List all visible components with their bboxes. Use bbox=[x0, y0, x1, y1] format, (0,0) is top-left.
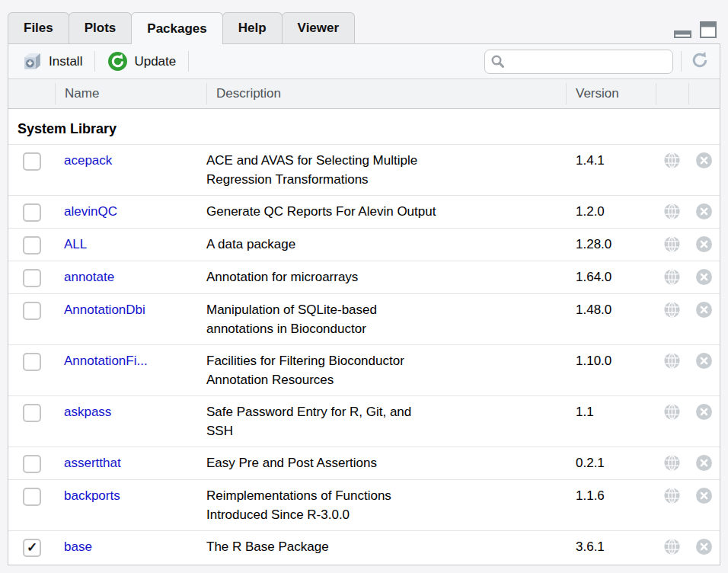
package-name-link[interactable]: AnnotationFi... bbox=[64, 351, 148, 370]
update-icon bbox=[107, 51, 128, 72]
package-remove-cell bbox=[688, 486, 720, 504]
globe-icon[interactable] bbox=[664, 203, 680, 219]
package-remove-cell bbox=[688, 453, 720, 471]
package-description-cell: ACE and AVAS for Selecting Multiple Regr… bbox=[206, 151, 566, 189]
package-checkbox-cell bbox=[8, 300, 55, 320]
packages-pane-body: Install Update bbox=[8, 43, 720, 565]
search-input[interactable] bbox=[484, 50, 673, 74]
install-button-label: Install bbox=[49, 54, 82, 69]
package-row: askpass Safe Password Entry for R, Git, … bbox=[8, 395, 720, 447]
package-checkbox[interactable] bbox=[23, 302, 41, 320]
minimize-pane-icon[interactable] bbox=[674, 24, 691, 38]
package-name-cell: AnnotationFi... bbox=[55, 351, 206, 370]
package-browse-cell bbox=[656, 235, 688, 252]
refresh-icon[interactable] bbox=[689, 50, 710, 74]
tab-label: Help bbox=[238, 21, 267, 35]
package-name-cell: annotate bbox=[55, 267, 206, 286]
package-row: annotate Annotation for microarrays 1.64… bbox=[8, 261, 720, 293]
package-name-link[interactable]: ALL bbox=[64, 235, 87, 254]
toolbar-separator bbox=[188, 51, 189, 72]
globe-icon[interactable] bbox=[664, 152, 680, 168]
package-name-cell: AnnotationDbi bbox=[55, 300, 206, 319]
remove-package-icon[interactable] bbox=[696, 236, 712, 252]
update-button-label: Update bbox=[134, 54, 176, 69]
globe-icon[interactable] bbox=[664, 353, 680, 369]
tab-help[interactable]: Help bbox=[222, 12, 283, 43]
remove-package-icon[interactable] bbox=[696, 269, 712, 285]
package-checkbox[interactable] bbox=[23, 404, 41, 422]
globe-icon[interactable] bbox=[664, 404, 680, 420]
package-browse-cell bbox=[656, 202, 688, 219]
package-checkbox[interactable]: ✓ bbox=[23, 539, 41, 557]
package-name-link[interactable]: acepack bbox=[64, 151, 112, 170]
globe-icon[interactable] bbox=[664, 236, 680, 252]
update-button[interactable]: Update bbox=[103, 50, 180, 73]
package-description-cell: Manipulation of SQLite-based annotations… bbox=[206, 300, 566, 338]
package-name-link[interactable]: backports bbox=[64, 486, 120, 505]
package-checkbox[interactable] bbox=[23, 455, 41, 473]
header-checkbox-column bbox=[8, 83, 55, 104]
install-button[interactable]: Install bbox=[18, 50, 87, 73]
package-checkbox[interactable] bbox=[23, 488, 41, 506]
globe-icon[interactable] bbox=[664, 488, 680, 504]
package-name-link[interactable]: askpass bbox=[64, 402, 111, 421]
package-name-cell: backports bbox=[55, 486, 206, 505]
package-name-link[interactable]: AnnotationDbi bbox=[64, 300, 145, 319]
package-name-cell: alevinQC bbox=[55, 202, 206, 221]
package-checkbox[interactable] bbox=[23, 152, 41, 171]
packages-toolbar: Install Update bbox=[8, 44, 720, 78]
package-checkbox[interactable] bbox=[23, 269, 41, 287]
tab-packages[interactable]: Packages bbox=[131, 12, 222, 44]
maximize-pane-icon[interactable] bbox=[699, 21, 717, 38]
package-checkbox[interactable] bbox=[23, 203, 41, 222]
package-search bbox=[484, 50, 673, 74]
package-name-link[interactable]: annotate bbox=[64, 267, 114, 286]
globe-icon[interactable] bbox=[664, 539, 680, 555]
toolbar-separator bbox=[681, 51, 682, 72]
tab-viewer[interactable]: Viewer bbox=[282, 12, 356, 43]
remove-package-icon[interactable] bbox=[696, 404, 712, 420]
package-version: 1.1 bbox=[566, 402, 656, 421]
remove-package-icon[interactable] bbox=[696, 455, 712, 471]
package-remove-cell bbox=[688, 300, 720, 318]
package-name-link[interactable]: alevinQC bbox=[64, 202, 117, 221]
package-checkbox-cell bbox=[8, 151, 55, 171]
package-checkbox[interactable] bbox=[23, 353, 41, 371]
package-name-link[interactable]: base bbox=[64, 537, 92, 556]
package-name-link[interactable]: assertthat bbox=[64, 453, 121, 472]
package-description: A data package bbox=[206, 235, 295, 254]
package-description-cell: The R Base Package bbox=[206, 537, 566, 556]
tab-label: Packages bbox=[147, 21, 206, 36]
library-section-title: System Library bbox=[8, 109, 720, 144]
packages-pane: Files Plots Packages Help Viewer bbox=[8, 12, 720, 565]
package-description: Generate QC Reports For Alevin Output bbox=[206, 202, 436, 221]
globe-icon[interactable] bbox=[664, 302, 680, 318]
package-table-body: System Library acepack ACE and AVAS for … bbox=[8, 109, 720, 565]
package-name-cell: acepack bbox=[55, 151, 206, 170]
globe-icon[interactable] bbox=[664, 269, 680, 285]
package-description: Manipulation of SQLite-based annotations… bbox=[206, 300, 436, 338]
remove-package-icon[interactable] bbox=[696, 488, 712, 504]
package-version: 1.48.0 bbox=[566, 300, 656, 319]
package-checkbox-cell bbox=[8, 486, 55, 506]
package-description: The R Base Package bbox=[206, 537, 329, 556]
header-version: Version bbox=[566, 83, 656, 104]
package-version: 1.64.0 bbox=[566, 267, 656, 286]
globe-icon[interactable] bbox=[664, 455, 680, 471]
package-checkbox-cell bbox=[8, 202, 55, 222]
remove-package-icon[interactable] bbox=[696, 302, 712, 318]
remove-package-icon[interactable] bbox=[696, 203, 712, 219]
package-version: 1.4.1 bbox=[566, 151, 656, 170]
remove-package-icon[interactable] bbox=[696, 539, 712, 555]
remove-package-icon[interactable] bbox=[696, 353, 712, 369]
package-checkbox[interactable] bbox=[23, 236, 41, 254]
tab-files[interactable]: Files bbox=[8, 12, 69, 43]
window-controls bbox=[674, 21, 717, 38]
package-checkbox-cell bbox=[8, 351, 55, 371]
package-name-cell: ALL bbox=[55, 235, 206, 254]
tab-bar-tabs: Files Plots Packages Help Viewer bbox=[8, 12, 354, 43]
remove-package-icon[interactable] bbox=[696, 152, 712, 168]
tab-plots[interactable]: Plots bbox=[69, 12, 133, 43]
package-description: Reimplementations of Functions Introduce… bbox=[206, 486, 436, 524]
package-version: 0.2.1 bbox=[566, 453, 656, 472]
